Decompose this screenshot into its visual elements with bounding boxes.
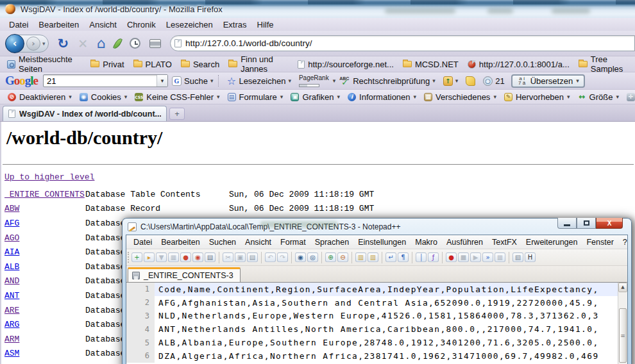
google-search-button[interactable]: G Suche ▾ bbox=[168, 76, 217, 86]
notepad-titlebar[interactable]: C:\Users\Martin\AppData\Local\Temp\_ENTI… bbox=[126, 219, 628, 235]
minimize-button[interactable] bbox=[557, 218, 577, 229]
menu-item[interactable]: Datei bbox=[4, 20, 33, 29]
toolbar-icon[interactable]: ● bbox=[446, 252, 457, 262]
toolbar-icon[interactable]: ◉ bbox=[295, 252, 306, 262]
toolbar-icon[interactable]: ↷ bbox=[277, 252, 288, 262]
stop-button[interactable]: ✕ bbox=[78, 37, 88, 51]
toolbar-icon[interactable]: ✂ bbox=[223, 252, 233, 262]
toolbar-icon[interactable]: H bbox=[525, 252, 536, 262]
menu-item[interactable]: Extras bbox=[218, 20, 252, 29]
devtoolbar-item[interactable]: ✎ Hervorheben ▾ bbox=[500, 92, 574, 102]
toolbar-icon[interactable]: ▥ bbox=[355, 252, 366, 262]
editor-line[interactable]: 6 DZA,Algeria,Africa,Northern Africa,238… bbox=[126, 349, 618, 363]
bookmark-item[interactable]: http://sourceforge.net... bbox=[293, 60, 398, 69]
devtoolbar-item[interactable]: ▣ Grafiken ▾ bbox=[287, 92, 344, 102]
search-dropdown-icon[interactable]: ▾ bbox=[157, 75, 167, 87]
devtoolbar-item[interactable]: ⊘ Deaktivieren ▾ bbox=[4, 92, 76, 102]
spellcheck-button[interactable]: ABC Rechtschreibprüfung ▾ bbox=[335, 76, 439, 86]
toolbar-icon[interactable]: ▤ bbox=[205, 252, 216, 262]
entry-link[interactable]: AGO bbox=[4, 233, 85, 243]
menu-item[interactable]: Hilfe bbox=[252, 20, 279, 29]
notepad-menu-item[interactable]: Einstellungen bbox=[353, 238, 411, 247]
toolbar-icon[interactable]: ⊕ bbox=[325, 252, 336, 262]
up-to-higher-level-link[interactable]: Up to higher level bbox=[4, 172, 94, 182]
line-text[interactable]: Code,Name,Continent,Region,SurfaceArea,I… bbox=[155, 283, 618, 296]
history-dropdown-icon[interactable]: ▾ bbox=[42, 40, 46, 47]
notepad-tab[interactable]: _ENTIRE_CONTENTS-3 bbox=[128, 267, 241, 282]
history-clock-icon[interactable] bbox=[130, 38, 140, 49]
toolbar-icon[interactable]: ▧ bbox=[512, 252, 523, 262]
toolbar-icon[interactable]: ▦ bbox=[168, 252, 179, 262]
toolbar-icon[interactable]: ▼ bbox=[156, 252, 167, 262]
devtoolbar-item[interactable]: ↔ Größe ▾ bbox=[574, 92, 623, 102]
url-bar[interactable]: http://127.0.0.1/world-db/country/ bbox=[170, 35, 635, 51]
editor-line[interactable]: 3 NLD,Netherlands,Europe,Western Europe,… bbox=[126, 310, 618, 323]
google-bookmarks-button[interactable]: ☆ Lesezeichen ▾ bbox=[223, 76, 295, 86]
scrollbar-thumb[interactable]: ≡ bbox=[619, 308, 627, 363]
editor-line[interactable]: 5 ALB,Albania,Europe,Southern Europe,287… bbox=[126, 336, 618, 349]
toolbar-icon[interactable]: ▸ bbox=[144, 252, 155, 262]
word-find-button[interactable]: ○ 21 bbox=[479, 76, 508, 86]
toolbar-icon[interactable] bbox=[291, 252, 292, 263]
entry-link[interactable]: ARM bbox=[4, 335, 85, 344]
bookmark-item[interactable]: http://127.0.0.1:8001/a... bbox=[463, 60, 574, 69]
menu-item[interactable]: Chronik bbox=[122, 20, 161, 29]
google-search-input[interactable]: 21 ▾ bbox=[43, 74, 168, 87]
devtoolbar-item[interactable]: ◉ Cookies ▾ bbox=[76, 92, 131, 102]
highlighter-button[interactable] bbox=[462, 76, 479, 86]
toolbar-icon[interactable]: ● bbox=[180, 252, 191, 262]
notepad-menu-item[interactable]: Format bbox=[276, 238, 310, 247]
toolbar-icon[interactable] bbox=[219, 252, 219, 263]
print-button[interactable] bbox=[149, 39, 161, 48]
toolbar-icon[interactable] bbox=[351, 252, 352, 263]
notepad-menu-item[interactable]: Ausführen bbox=[442, 238, 487, 247]
entry-link[interactable]: ALB bbox=[4, 262, 85, 272]
entry-link[interactable]: ARE bbox=[4, 306, 85, 315]
toolbar-icon[interactable]: ◉ bbox=[192, 252, 203, 262]
notepad-menu-item[interactable]: Suchen bbox=[205, 238, 241, 247]
bookmark-item[interactable]: Tree Samples bbox=[574, 54, 635, 74]
entry-link[interactable]: ASM bbox=[4, 349, 85, 358]
toolbar-icon[interactable]: ▣ bbox=[235, 252, 246, 262]
entry-link[interactable]: AFG bbox=[4, 219, 85, 228]
devtoolbar-item[interactable]: ▦ Verschiedenes ▾ bbox=[420, 92, 500, 102]
toolbar-icon[interactable]: ƒ bbox=[428, 252, 439, 262]
toolbar-icon[interactable]: ▶ bbox=[470, 252, 481, 262]
editor-line[interactable]: 4 ANT,Netherlands Antilles,North America… bbox=[126, 322, 618, 336]
menu-item[interactable]: Lesezeichen bbox=[161, 20, 218, 29]
entry-link[interactable]: AIA bbox=[4, 247, 85, 257]
translate-button[interactable]: a í7 ä Übersetzen ▾ bbox=[511, 74, 585, 88]
toolbar-icon[interactable]: ↵ bbox=[385, 252, 396, 262]
close-button[interactable]: X bbox=[596, 218, 623, 229]
line-text[interactable]: NLD,Netherlands,Europe,Western Europe,41… bbox=[155, 310, 618, 323]
reload-button[interactable]: ↻ bbox=[58, 37, 69, 50]
toolbar-icon[interactable]: + bbox=[131, 252, 142, 262]
toolbar-icon[interactable] bbox=[261, 252, 262, 263]
notepad-menu-item[interactable]: Sprachen bbox=[310, 238, 354, 247]
menu-item[interactable]: Ansicht bbox=[84, 20, 122, 29]
editor-scrollbar[interactable]: ▲ ≡ bbox=[618, 283, 627, 364]
url-text[interactable]: http://127.0.0.1/world-db/country/ bbox=[185, 38, 312, 48]
entry-link[interactable]: ABW bbox=[4, 204, 85, 213]
toolbar-icon[interactable]: ■ bbox=[458, 252, 469, 262]
toolbar-icon[interactable]: ▤ bbox=[247, 252, 258, 262]
devtoolbar-item[interactable]: CSS Keine CSS-Fehler ▾ bbox=[131, 92, 223, 102]
firefox-titlebar[interactable]: WsgiDAV - Index of /world-db/country/ - … bbox=[0, 0, 635, 18]
tab-wsgidav[interactable]: WsgiDAV - Index of /world-db/count... bbox=[3, 106, 167, 121]
devtoolbar-item[interactable]: i Informationen ▾ bbox=[344, 92, 420, 102]
toolbar-icon[interactable] bbox=[442, 252, 443, 263]
toolbar-icon[interactable] bbox=[412, 252, 412, 263]
home-button[interactable]: ⌂ bbox=[97, 37, 106, 50]
toolbar-icon[interactable]: ▥ bbox=[368, 252, 378, 262]
toolbar-icon[interactable]: » bbox=[482, 252, 493, 262]
toolbar-icon[interactable] bbox=[321, 252, 322, 263]
notepad-menu-item[interactable]: Makro bbox=[411, 238, 442, 247]
toolbar-icon[interactable]: ⊖ bbox=[337, 252, 348, 262]
notepad-menu-item[interactable]: Erweiterungen bbox=[521, 238, 582, 247]
devtoolbar-item[interactable]: ✛ Extras ▾ bbox=[623, 92, 635, 102]
devtoolbar-item[interactable]: ▤ Formulare ▾ bbox=[224, 92, 287, 102]
line-text[interactable]: DZA,Algeria,Africa,Northern Africa,23817… bbox=[155, 349, 618, 363]
bookmark-item[interactable]: PLATO bbox=[129, 60, 176, 69]
toolbar-icon[interactable]: ▦ bbox=[495, 252, 505, 262]
forward-button[interactable]: › bbox=[26, 37, 40, 51]
